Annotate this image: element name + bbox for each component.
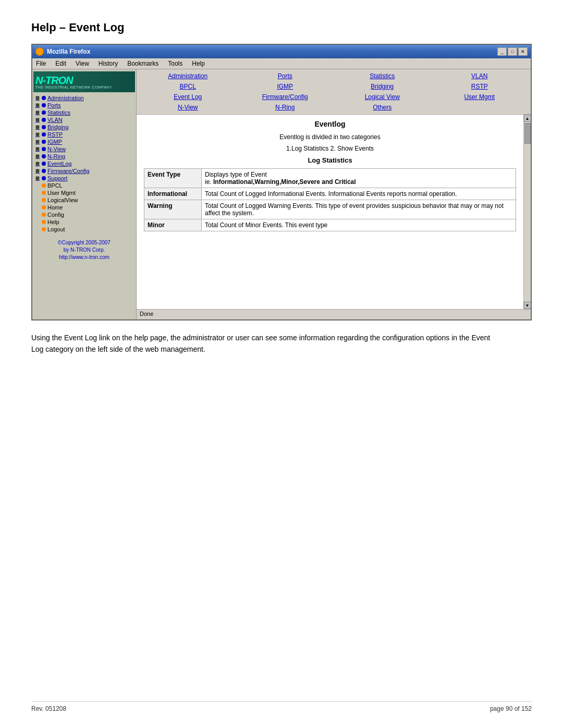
nav-bpcl[interactable]: BPCL <box>140 82 236 91</box>
expand-icon: ⊞ <box>35 132 40 137</box>
ntron-logo-text: N-TRON <box>35 75 73 86</box>
expand-icon: ⊞ <box>35 176 40 181</box>
menu-edit[interactable]: Edit <box>54 59 68 68</box>
table-row: Minor Total Count of Minor Events. This … <box>144 219 516 231</box>
sidebar-label-logout: Logout <box>47 226 65 232</box>
sidebar-item-bridging[interactable]: ⊞ Bridging <box>33 124 135 131</box>
scroll-thumb[interactable] <box>524 123 531 144</box>
nav-vlan[interactable]: VLAN <box>432 71 528 81</box>
nav-igmp[interactable]: IGMP <box>237 82 334 91</box>
sidebar-item-firmware[interactable]: ⊞ Firmware/Config <box>33 167 135 175</box>
nav-empty <box>432 103 528 112</box>
bullet-icon <box>42 183 46 188</box>
sidebar-item-usermgmt[interactable]: User Mgmt <box>33 189 135 196</box>
sidebar-item-igmp[interactable]: ⊞ IGMP <box>33 138 135 145</box>
browser-content-area: N-TRON THE INDUSTRIAL NETWORK COMPANY ⊞ … <box>32 69 531 319</box>
page-title: Help – Event Log <box>31 21 532 34</box>
page-footer: Rev. 051208 page 90 of 152 <box>31 701 532 712</box>
scroll-up-button[interactable]: ▲ <box>524 115 531 122</box>
nav-nview[interactable]: N-View <box>140 103 236 112</box>
bullet-icon <box>42 110 46 115</box>
sidebar-label-igmp: IGMP <box>47 139 62 145</box>
informational-label: Informational <box>144 188 202 200</box>
event-table: Event Type Displays type of Eventie. Inf… <box>144 168 516 231</box>
nav-usermgmt[interactable]: User Mgmt <box>432 92 528 102</box>
content-title: Eventlog <box>144 120 516 128</box>
menu-view[interactable]: View <box>74 59 91 68</box>
window-controls: _ □ ✕ <box>497 47 528 56</box>
minor-label: Minor <box>144 219 202 231</box>
nav-rstp[interactable]: RSTP <box>432 82 528 91</box>
menu-help[interactable]: Help <box>190 59 206 68</box>
ntron-tagline: THE INDUSTRIAL NETWORK COMPANY <box>35 85 112 89</box>
sidebar-label-home: Home <box>47 204 63 211</box>
nav-others[interactable]: Others <box>334 103 431 112</box>
expand-icon: ⊞ <box>35 139 40 144</box>
bullet-icon <box>42 220 46 224</box>
informational-desc: Total Count of Logged Informational Even… <box>202 188 516 200</box>
sidebar-item-logicalview[interactable]: LogicalView <box>33 196 135 204</box>
nav-bridging[interactable]: Bridging <box>334 82 431 91</box>
close-button[interactable]: ✕ <box>518 47 528 56</box>
sidebar-item-nring[interactable]: ⊞ N-Ring <box>33 153 135 160</box>
sidebar-label-firmware: Firmware/Config <box>47 168 90 174</box>
ntron-logo-container: N-TRON THE INDUSTRIAL NETWORK COMPANY <box>35 75 112 89</box>
maximize-button[interactable]: □ <box>508 47 517 56</box>
bullet-icon <box>42 154 46 158</box>
bullet-icon <box>42 96 46 100</box>
nav-firmware[interactable]: Firmware/Config <box>237 92 334 102</box>
table-row: Informational Total Count of Logged Info… <box>144 188 516 200</box>
sidebar-item-logout[interactable]: Logout <box>33 226 135 233</box>
bullet-icon <box>42 213 46 217</box>
sidebar-label-config: Config <box>47 212 64 218</box>
nav-logicalview[interactable]: Logical View <box>334 92 431 102</box>
sidebar-item-eventlog[interactable]: ⊞ EventLog <box>33 160 135 167</box>
bullet-icon <box>42 125 46 129</box>
sidebar-item-help[interactable]: Help <box>33 218 135 226</box>
bullet-icon <box>42 140 46 144</box>
expand-icon: ⊞ <box>35 110 40 115</box>
top-nav: Administration Ports Statistics VLAN BPC… <box>137 69 531 115</box>
footer-page: page 90 of 152 <box>490 705 532 712</box>
content-intro: Eventlog is divided in two categories <box>144 133 516 141</box>
nav-ports[interactable]: Ports <box>237 71 334 81</box>
sidebar-item-vlan[interactable]: ⊞ VLAN <box>33 116 135 124</box>
bullet-icon <box>42 169 46 173</box>
scroll-down-button[interactable]: ▼ <box>524 302 531 309</box>
body-description: Using the Event Log link on the help pag… <box>31 332 500 355</box>
footer-revision: Rev. 051208 <box>31 705 66 712</box>
sidebar-item-nview[interactable]: ⊞ N-View <box>33 145 135 153</box>
sidebar-label-bpcl: BPCL <box>47 182 63 189</box>
nav-administration[interactable]: Administration <box>140 71 236 81</box>
sidebar-item-config[interactable]: Config <box>33 211 135 218</box>
menu-history[interactable]: History <box>97 59 119 68</box>
sidebar-item-support[interactable]: ⊞ Support <box>33 175 135 182</box>
menu-tools[interactable]: Tools <box>166 59 184 68</box>
menu-bookmarks[interactable]: Bookmarks <box>126 59 160 68</box>
warning-desc: Total Count of Logged Warning Events. Th… <box>202 200 516 219</box>
status-text: Done <box>140 311 153 317</box>
sidebar-item-administration[interactable]: ⊞ Administration <box>33 94 135 102</box>
sidebar-label-statistics: Statistics <box>47 109 70 116</box>
table-row: Warning Total Count of Logged Warning Ev… <box>144 200 516 219</box>
nav-nring[interactable]: N-Ring <box>237 103 334 112</box>
sidebar-item-bpcl[interactable]: BPCL <box>33 182 135 189</box>
sidebar-label-nring: N-Ring <box>47 153 65 159</box>
sidebar-item-rstp[interactable]: ⊞ RSTP <box>33 131 135 138</box>
sidebar-item-statistics[interactable]: ⊞ Statistics <box>33 109 135 116</box>
browser-window: Mozilla Firefox _ □ ✕ File Edit View His… <box>31 44 532 320</box>
menu-file[interactable]: File <box>34 59 47 68</box>
minimize-button[interactable]: _ <box>497 47 507 56</box>
expand-icon: ⊞ <box>35 95 40 101</box>
section-heading: Log Statistics <box>144 156 516 164</box>
scrollbar[interactable]: ▲ ▼ <box>523 115 531 309</box>
browser-title-text: Mozilla Firefox <box>47 48 90 55</box>
expand-icon: ⊞ <box>35 154 40 159</box>
sidebar-item-ports[interactable]: ⊞ Ports <box>33 102 135 109</box>
nav-statistics[interactable]: Statistics <box>334 71 431 81</box>
bullet-icon <box>42 147 46 151</box>
sidebar-item-home[interactable]: Home <box>33 204 135 211</box>
sidebar-label-eventlog: EventLog <box>47 161 71 167</box>
nav-eventlog[interactable]: Event Log <box>140 92 236 102</box>
sidebar-label-administration: Administration <box>47 95 84 101</box>
